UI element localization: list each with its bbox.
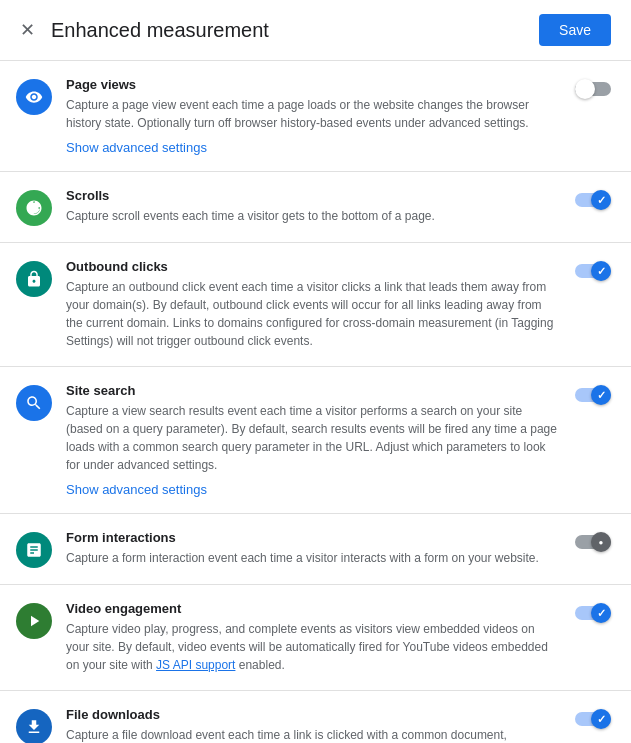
- toggle-form-interactions[interactable]: [575, 532, 611, 552]
- setting-content-page-views: Page viewsCapture a page view event each…: [66, 77, 561, 155]
- js-api-support-link[interactable]: JS API support: [156, 658, 235, 672]
- setting-content-video-engagement: Video engagementCapture video play, prog…: [66, 601, 561, 674]
- setting-desc-page-views: Capture a page view event each time a pa…: [66, 96, 561, 132]
- play-icon: [16, 603, 52, 639]
- toggle-area-outbound-clicks: [575, 261, 611, 281]
- save-button[interactable]: Save: [539, 14, 611, 46]
- toggle-area-video-engagement: [575, 603, 611, 623]
- setting-row-file-downloads: File downloadsCapture a file download ev…: [0, 691, 631, 743]
- setting-row-outbound-clicks: Outbound clicksCapture an outbound click…: [0, 243, 631, 367]
- form-icon: [16, 532, 52, 568]
- setting-desc-site-search: Capture a view search results event each…: [66, 402, 561, 474]
- setting-row-page-views: Page viewsCapture a page view event each…: [0, 61, 631, 172]
- setting-content-scrolls: ScrollsCapture scroll events each time a…: [66, 188, 561, 225]
- setting-title-site-search: Site search: [66, 383, 561, 398]
- setting-content-site-search: Site searchCapture a view search results…: [66, 383, 561, 497]
- setting-content-form-interactions: Form interactionsCapture a form interact…: [66, 530, 561, 567]
- setting-desc-scrolls: Capture scroll events each time a visito…: [66, 207, 561, 225]
- toggle-area-scrolls: [575, 190, 611, 210]
- toggle-area-form-interactions: [575, 532, 611, 552]
- show-advanced-site-search[interactable]: Show advanced settings: [66, 482, 207, 497]
- setting-title-file-downloads: File downloads: [66, 707, 561, 722]
- lock-icon: [16, 261, 52, 297]
- setting-row-scrolls: ScrollsCapture scroll events each time a…: [0, 172, 631, 243]
- header: ✕ Enhanced measurement Save: [0, 0, 631, 61]
- toggle-area-page-views: [575, 79, 611, 99]
- toggle-file-downloads[interactable]: [575, 709, 611, 729]
- crosshair-icon: [16, 190, 52, 226]
- setting-content-outbound-clicks: Outbound clicksCapture an outbound click…: [66, 259, 561, 350]
- setting-row-form-interactions: Form interactionsCapture a form interact…: [0, 514, 631, 585]
- header-left: ✕ Enhanced measurement: [16, 15, 269, 45]
- setting-desc-video-engagement: Capture video play, progress, and comple…: [66, 620, 561, 674]
- settings-list: Page viewsCapture a page view event each…: [0, 61, 631, 743]
- toggle-outbound-clicks[interactable]: [575, 261, 611, 281]
- page-title: Enhanced measurement: [51, 19, 269, 42]
- setting-content-file-downloads: File downloadsCapture a file download ev…: [66, 707, 561, 743]
- setting-desc-outbound-clicks: Capture an outbound click event each tim…: [66, 278, 561, 350]
- toggle-page-views[interactable]: [575, 79, 611, 99]
- setting-row-video-engagement: Video engagementCapture video play, prog…: [0, 585, 631, 691]
- setting-title-video-engagement: Video engagement: [66, 601, 561, 616]
- toggle-area-site-search: [575, 385, 611, 405]
- setting-desc-file-downloads: Capture a file download event each time …: [66, 726, 561, 743]
- toggle-area-file-downloads: [575, 709, 611, 729]
- setting-title-form-interactions: Form interactions: [66, 530, 561, 545]
- show-advanced-page-views[interactable]: Show advanced settings: [66, 140, 207, 155]
- setting-title-outbound-clicks: Outbound clicks: [66, 259, 561, 274]
- toggle-video-engagement[interactable]: [575, 603, 611, 623]
- eye-icon: [16, 79, 52, 115]
- setting-title-page-views: Page views: [66, 77, 561, 92]
- search-icon: [16, 385, 52, 421]
- download-icon: [16, 709, 52, 743]
- toggle-scrolls[interactable]: [575, 190, 611, 210]
- setting-desc-form-interactions: Capture a form interaction event each ti…: [66, 549, 561, 567]
- toggle-site-search[interactable]: [575, 385, 611, 405]
- close-button[interactable]: ✕: [16, 15, 39, 45]
- setting-row-site-search: Site searchCapture a view search results…: [0, 367, 631, 514]
- setting-title-scrolls: Scrolls: [66, 188, 561, 203]
